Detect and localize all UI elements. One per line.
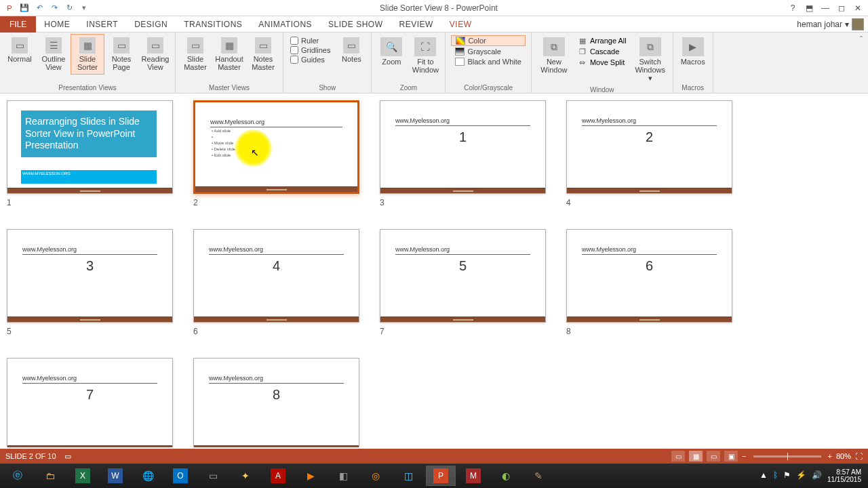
group-label: Presentation Views xyxy=(3,84,172,93)
slide-thumb[interactable]: www.Myelesson.org810 xyxy=(192,358,368,447)
help-icon[interactable]: ? xyxy=(788,3,797,13)
slide-thumb[interactable]: www.Myelesson.org• Add slide•• Move slid… xyxy=(192,100,368,229)
powerpoint-taskbar-icon[interactable]: P xyxy=(426,466,456,486)
tab-view[interactable]: VIEW xyxy=(441,16,480,33)
close-icon[interactable]: ✕ xyxy=(853,3,863,13)
macros-button[interactable]: ▶Macros xyxy=(676,34,710,69)
reading-icon: ▭ xyxy=(147,37,163,54)
save-icon[interactable]: 💾 xyxy=(19,3,30,14)
app-m-icon[interactable]: M xyxy=(458,466,488,486)
tab-home[interactable]: HOME xyxy=(36,16,78,33)
tab-file[interactable]: FILE xyxy=(0,16,36,33)
slide-master-button[interactable]: ▭Slide Master xyxy=(178,34,212,75)
word-icon[interactable]: W xyxy=(100,466,130,486)
notes-page-button[interactable]: ▭Notes Page xyxy=(104,34,138,75)
firefox-icon[interactable]: ◎ xyxy=(361,466,391,486)
fit-window-button[interactable]: ⛶Fit to Window xyxy=(408,34,442,77)
group-label: Master Views xyxy=(178,84,280,93)
qat-customize-icon[interactable]: ▾ xyxy=(79,3,90,14)
ribbon-display-icon[interactable]: ⬒ xyxy=(804,3,814,13)
minimize-icon[interactable]: — xyxy=(821,3,830,13)
handout-master-icon: ▦ xyxy=(221,37,237,54)
app4-icon[interactable]: ◫ xyxy=(393,466,423,486)
gridlines-checkbox[interactable]: Gridlines xyxy=(290,46,330,54)
color-option[interactable]: Color xyxy=(451,35,525,46)
outline-view-button[interactable]: ☰Outline View xyxy=(37,34,71,75)
zoom-out-icon[interactable]: − xyxy=(742,452,746,460)
notes-button[interactable]: ▭Notes xyxy=(334,34,368,66)
slide-thumb[interactable]: www.Myelesson.org57 xyxy=(378,229,555,358)
slide-thumb[interactable]: www.Myelesson.org13 xyxy=(378,100,555,229)
ie-icon[interactable]: ⓔ xyxy=(3,466,33,486)
adobe-icon[interactable]: A xyxy=(263,466,293,486)
signin-name[interactable]: heman johar ▾ xyxy=(793,18,868,30)
tab-animations[interactable]: ANIMATIONS xyxy=(250,16,320,33)
explorer-icon[interactable]: 🗀 xyxy=(35,466,65,486)
ruler-checkbox[interactable]: Ruler xyxy=(290,37,330,45)
cascade-icon: ❐ xyxy=(578,47,587,56)
slide-sorter-button[interactable]: ▦Slide Sorter xyxy=(71,34,104,75)
guides-checkbox[interactable]: Guides xyxy=(290,56,330,64)
app3-icon[interactable]: ◧ xyxy=(328,466,358,486)
zoom-slider[interactable] xyxy=(753,455,821,458)
media-icon[interactable]: ▶ xyxy=(296,466,326,486)
slideshow-view-icon[interactable]: ▣ xyxy=(724,451,738,462)
clock[interactable]: 8:57 AM11/15/2015 xyxy=(827,468,861,483)
chrome-icon[interactable]: 🌐 xyxy=(133,466,163,486)
app6-icon[interactable]: ✎ xyxy=(524,466,553,486)
zoom-in-icon[interactable]: + xyxy=(828,452,832,460)
arrange-icon: ▦ xyxy=(578,36,587,45)
slide-thumb[interactable]: www.Myelesson.org79 xyxy=(5,358,182,447)
collapse-ribbon-icon[interactable]: ˆ xyxy=(854,33,868,93)
slide-sorter-area[interactable]: Rearranging Slides in Slide Sorter View … xyxy=(0,94,868,447)
slide-thumb[interactable]: www.Myelesson.org46 xyxy=(192,229,368,358)
switch-windows-button[interactable]: ⧉Switch Windows ▾ xyxy=(631,34,670,86)
black-white-option[interactable]: Black and White xyxy=(451,57,525,66)
cascade-button[interactable]: ❐Cascade xyxy=(576,46,628,57)
normal-button[interactable]: ▭Normal xyxy=(3,34,37,66)
notes-master-button[interactable]: ▭Notes Master xyxy=(246,34,280,75)
notes-page-icon: ▭ xyxy=(113,37,130,54)
sorter-view-icon[interactable]: ▦ xyxy=(689,451,703,462)
notes-status-icon[interactable]: ▭ xyxy=(64,452,71,461)
move-split-button[interactable]: ⇔Move Split xyxy=(576,57,628,68)
arrange-all-button[interactable]: ▦Arrange All xyxy=(576,35,628,46)
reading-view-icon[interactable]: ▭ xyxy=(707,451,720,462)
slide-thumb[interactable]: www.Myelesson.org68 xyxy=(565,229,741,358)
power-icon[interactable]: ⚡ xyxy=(796,471,806,480)
fit-to-window-icon[interactable]: ⛶ xyxy=(855,452,863,460)
repeat-icon[interactable]: ↷ xyxy=(49,3,60,14)
taskbar: ⓔ 🗀 X W 🌐 O ▭ ✦ A ▶ ◧ ◎ ◫ P M ◐ ✎ ▲ ᛒ ⚑ … xyxy=(0,464,868,488)
new-window-button[interactable]: ⧉New Window xyxy=(534,34,574,77)
zoom-level[interactable]: 80% xyxy=(836,452,851,460)
tab-review[interactable]: REVIEW xyxy=(391,16,441,33)
app-icon[interactable]: ▭ xyxy=(198,466,228,486)
grayscale-option[interactable]: Grayscale xyxy=(451,47,525,56)
undo-icon[interactable]: ↶ xyxy=(34,3,45,14)
outlook-icon[interactable]: O xyxy=(165,466,195,486)
normal-icon: ▭ xyxy=(12,37,28,54)
zoom-button[interactable]: 🔍Zoom xyxy=(374,34,408,69)
tab-insert[interactable]: INSERT xyxy=(78,16,126,33)
slide-thumb[interactable]: www.Myelesson.org35 xyxy=(5,229,182,358)
tray-up-icon[interactable]: ▲ xyxy=(760,471,768,480)
flag-icon[interactable]: ⚑ xyxy=(783,471,791,480)
handout-master-button[interactable]: ▦Handout Master xyxy=(212,34,246,75)
redo-icon[interactable]: ↻ xyxy=(64,3,75,14)
slide-thumb[interactable]: Rearranging Slides in Slide Sorter View … xyxy=(5,100,182,229)
group-label: Show xyxy=(286,84,368,93)
app5-icon[interactable]: ◐ xyxy=(491,466,521,486)
bluetooth-icon[interactable]: ᛒ xyxy=(773,471,778,480)
tab-slideshow[interactable]: SLIDE SHOW xyxy=(320,16,391,33)
tab-design[interactable]: DESIGN xyxy=(126,16,176,33)
fit-icon: ⛶ xyxy=(414,37,436,56)
excel-icon[interactable]: X xyxy=(68,466,98,486)
volume-icon[interactable]: 🔊 xyxy=(812,471,822,480)
slide-thumb[interactable]: www.Myelesson.org24 xyxy=(565,100,741,229)
reading-view-button[interactable]: ▭Reading View xyxy=(138,34,172,75)
notes-master-icon: ▭ xyxy=(255,37,271,54)
app2-icon[interactable]: ✦ xyxy=(231,466,260,486)
normal-view-icon[interactable]: ▭ xyxy=(671,451,685,462)
maximize-icon[interactable]: ◻ xyxy=(837,3,846,13)
tab-transitions[interactable]: TRANSITIONS xyxy=(176,16,250,33)
